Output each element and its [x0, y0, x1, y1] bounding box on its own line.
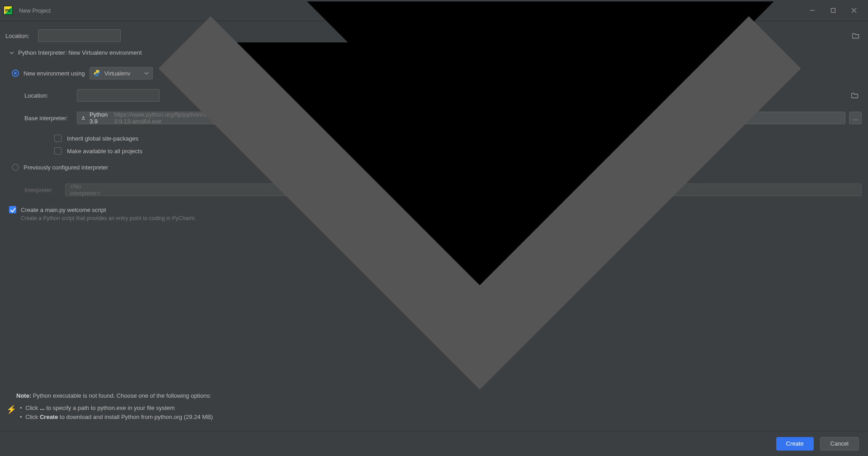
window-title: New Project	[19, 7, 51, 14]
interpreter-selected: <No interpreter>	[70, 183, 111, 197]
chevron-down-icon	[9, 50, 14, 56]
note-text: Python executable is not found. Choose o…	[33, 392, 212, 399]
python-icon	[94, 70, 101, 77]
venv-location-label: Location:	[24, 92, 77, 99]
note-bullet-2: Click Create to download and install Pyt…	[20, 413, 213, 422]
dialog-footer: Create Cancel	[0, 431, 868, 456]
previously-configured-radio[interactable]	[12, 164, 19, 171]
app-icon: PC	[4, 6, 13, 15]
download-icon	[81, 115, 86, 121]
make-available-all-projects-checkbox[interactable]	[54, 147, 61, 155]
dialog-content: Location: Python Interpreter: New Virtua…	[0, 21, 868, 456]
chevron-down-icon	[111, 0, 849, 456]
close-button[interactable]	[850, 6, 858, 14]
base-interpreter-name: Python 3.9	[90, 111, 111, 125]
base-interpreter-browse-button[interactable]: …	[849, 112, 862, 124]
previously-configured-label: Previously configured interpreter	[24, 164, 108, 171]
cancel-button[interactable]: Cancel	[820, 437, 859, 451]
create-welcome-script-label: Create a main.py welcome script	[21, 207, 106, 213]
browse-location-button[interactable]	[852, 32, 860, 40]
note-bullet-1: Click ... to specify a path to python.ex…	[20, 404, 213, 413]
note-block: Note: Python executable is not found. Ch…	[6, 392, 862, 422]
note-prefix: Note:	[16, 392, 31, 399]
location-label: Location:	[5, 33, 38, 39]
lightning-icon: ⚡	[6, 404, 16, 414]
create-welcome-script-checkbox[interactable]	[9, 206, 16, 213]
new-environment-radio[interactable]	[12, 70, 19, 77]
inherit-site-packages-checkbox[interactable]	[54, 135, 61, 142]
base-interpreter-label: Base interpreter:	[24, 115, 77, 122]
location-input[interactable]	[38, 29, 121, 42]
browse-venv-location-button[interactable]	[851, 91, 859, 99]
interpreter-label: Interpreter:	[24, 187, 65, 193]
create-button[interactable]: Create	[776, 437, 814, 451]
new-environment-label: New environment using	[24, 70, 85, 77]
interpreter-dropdown: <No interpreter>	[65, 183, 862, 196]
